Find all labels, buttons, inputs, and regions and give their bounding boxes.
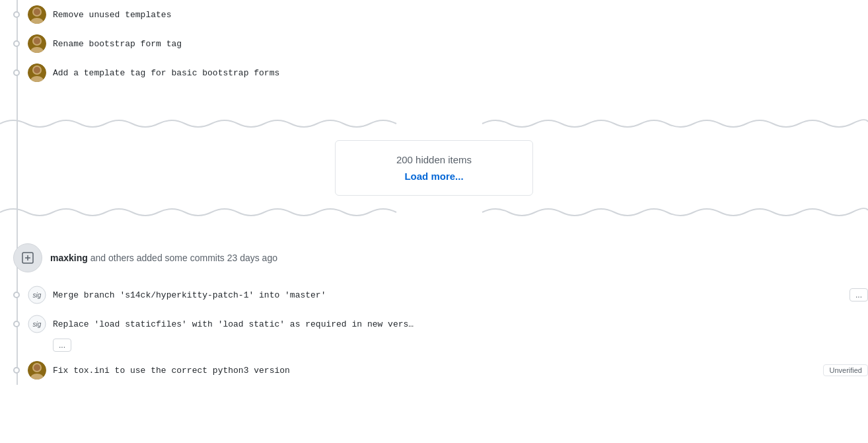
section-commit-avatar-1: sig — [28, 286, 46, 304]
commit-row-1: Remove unused templates — [0, 0, 868, 29]
svg-text:sig: sig — [33, 292, 42, 299]
hidden-items-box: 200 hidden items Load more... — [335, 140, 533, 196]
commit-avatar-2 — [28, 34, 46, 53]
section-commit-row-2-wrap: sig Replace 'load staticfiles' with 'loa… — [0, 309, 868, 356]
unverified-badge: Unverified — [823, 364, 868, 376]
hidden-count: 200 hidden items — [375, 154, 493, 165]
load-more-link[interactable]: Load more... — [404, 171, 463, 182]
section-rest: and others added some commits 23 days ag… — [88, 253, 277, 263]
commit-avatar-1 — [28, 5, 46, 24]
section-commit-avatar-3 — [28, 361, 46, 380]
svg-point-17 — [34, 364, 40, 371]
commit-message-1: Remove unused templates — [53, 10, 868, 20]
svg-point-18 — [30, 374, 44, 380]
commit-dot-2 — [13, 40, 20, 47]
svg-point-4 — [34, 38, 40, 44]
commit-message-3: Add a template tag for basic bootstrap f… — [53, 68, 868, 78]
commit-dot-1 — [13, 11, 20, 18]
section-commit-row-2: sig Replace 'load staticfiles' with 'loa… — [0, 309, 868, 339]
svg-point-8 — [30, 76, 44, 82]
hidden-items-container: 200 hidden items Load more... — [0, 140, 868, 196]
ellipsis-button-1[interactable]: ... — [850, 288, 868, 302]
section-header: maxking and others added some commits 23… — [0, 235, 868, 280]
wavy-separator-top — [0, 114, 868, 134]
svg-point-1 — [34, 9, 40, 15]
section-header-text: maxking and others added some commits 23… — [50, 253, 277, 263]
section-commit-message-2: Replace 'load staticfiles' with 'load st… — [53, 319, 868, 329]
section-commit-dot-3 — [13, 367, 20, 374]
commit-row-3: Add a template tag for basic bootstrap f… — [0, 58, 868, 87]
section-commit-dot-2 — [13, 321, 20, 327]
section-commit-message-3: Fix tox.ini to use the correct python3 v… — [53, 366, 818, 376]
section-commit-dot-1 — [13, 292, 20, 298]
section-header-avatar — [13, 243, 42, 272]
wavy-separator-bottom — [0, 202, 868, 222]
svg-point-7 — [34, 67, 40, 73]
section-commit-row-3: Fix tox.ini to use the correct python3 v… — [0, 356, 868, 385]
svg-point-2 — [30, 18, 44, 24]
svg-point-5 — [30, 47, 44, 53]
section-commit-message-1: Merge branch 's14ck/hyperkitty-patch-1' … — [53, 290, 844, 300]
commit-dot-3 — [13, 69, 20, 76]
commit-avatar-3 — [28, 63, 46, 82]
section-commit-avatar-2: sig — [28, 315, 46, 333]
commit-row-2: Rename bootstrap form tag — [0, 29, 868, 58]
section-username: maxking — [50, 253, 88, 263]
commit-message-2: Rename bootstrap form tag — [53, 39, 868, 49]
svg-text:sig: sig — [33, 321, 42, 328]
extra-ellipsis-row: ... — [0, 339, 868, 356]
section-commit-row-1: sig Merge branch 's14ck/hyperkitty-patch… — [0, 280, 868, 309]
ellipsis-button-2[interactable]: ... — [53, 339, 71, 352]
